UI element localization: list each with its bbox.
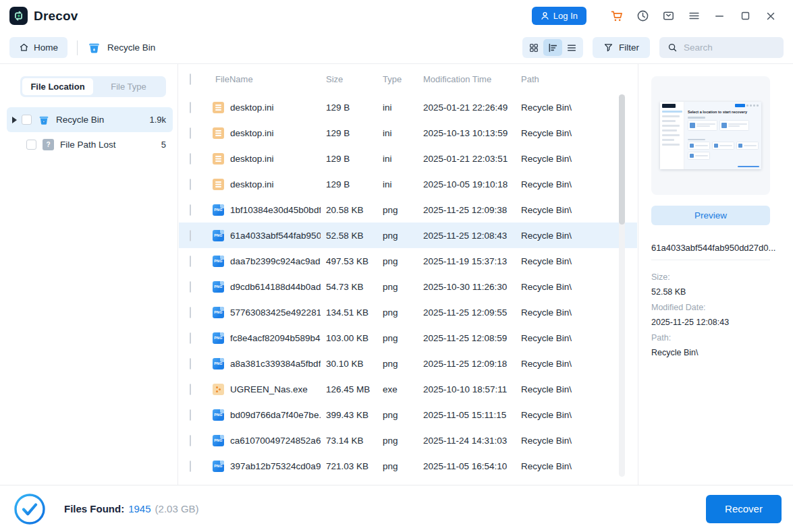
table-row[interactable]: UGREEN_Nas.exe126.45 MBexe2025-10-10 18:…: [179, 376, 637, 402]
filter-button[interactable]: Filter: [593, 37, 650, 58]
row-checkbox[interactable]: [190, 179, 191, 190]
details-panel: Select a location to start recovery: [638, 64, 793, 485]
file-modified-time: 2025-01-21 22:26:49: [423, 102, 521, 113]
scrollbar-thumb[interactable]: [619, 94, 625, 225]
home-button[interactable]: Home: [9, 37, 67, 58]
login-button[interactable]: Log In: [532, 7, 586, 25]
png-file-icon: PNG: [213, 281, 224, 293]
search-box[interactable]: [659, 37, 784, 58]
table-row[interactable]: PNGca61070049724852a6a...73.14 KBpng2025…: [179, 427, 637, 453]
file-type: ini: [383, 154, 423, 164]
table-row[interactable]: desktop.ini129 Bini2025-10-13 10:13:59Re…: [179, 120, 637, 146]
list-view-icon[interactable]: [562, 39, 581, 56]
breadcrumb: Recycle Bin: [87, 40, 155, 55]
file-name: desktop.ini: [230, 154, 274, 164]
file-name: fc8e4acf82094b589b4...: [230, 333, 321, 343]
tree-item-label: Recycle Bin: [56, 115, 149, 125]
row-checkbox[interactable]: [190, 153, 191, 165]
filter-label: Filter: [619, 42, 639, 53]
table-scrollbar[interactable]: [619, 94, 625, 477]
preview-button[interactable]: Preview: [651, 206, 770, 225]
tree-checkbox[interactable]: [26, 140, 36, 150]
file-modified-time: 2025-11-25 12:09:55: [423, 307, 521, 318]
table-row[interactable]: PNGd9cdb614188d44b0ad...54.73 KBpng2025-…: [179, 274, 637, 299]
row-checkbox[interactable]: [190, 307, 191, 318]
table-row[interactable]: PNG57763083425e4922812...134.51 KBpng202…: [179, 299, 637, 325]
recycle-bin-icon: [38, 114, 50, 126]
file-type: png: [383, 359, 423, 369]
row-checkbox[interactable]: [190, 127, 191, 139]
tab-file-location[interactable]: File Location: [22, 78, 93, 95]
png-file-icon: PNG: [213, 435, 224, 446]
row-checkbox[interactable]: [190, 409, 191, 421]
column-modification-time[interactable]: Modification Time: [423, 74, 521, 84]
filter-icon: [603, 42, 613, 53]
row-checkbox[interactable]: [190, 102, 191, 113]
file-name: 1bf10384e30d45b0bdf...: [230, 205, 321, 215]
files-found-size: (2.03 GB): [155, 503, 199, 514]
column-size[interactable]: Size: [326, 74, 383, 84]
files-found-label: Files Found:: [64, 503, 124, 514]
table-row[interactable]: PNGfc8e4acf82094b589b4...103.00 KBpng202…: [179, 325, 637, 351]
column-path[interactable]: Path: [521, 74, 637, 84]
file-name: 61a4033abf544fab950...: [230, 231, 321, 241]
table-row[interactable]: desktop.ini129 Bini2025-01-21 22:03:51Re…: [179, 146, 637, 171]
table-row[interactable]: PNGa8a381c339384a5fbdf...30.10 KBpng2025…: [179, 351, 637, 376]
row-checkbox[interactable]: [190, 204, 191, 216]
table-row[interactable]: PNGbd09d766da7f40e7be...399.43 KBpng2025…: [179, 402, 637, 427]
detail-path-value: Recycle Bin\: [651, 348, 781, 357]
file-modified-time: 2025-11-05 16:54:10: [423, 461, 521, 471]
file-name: a8a381c339384a5fbdf...: [230, 359, 321, 369]
table-row[interactable]: PNG61a4033abf544fab950...52.58 KBpng2025…: [179, 223, 637, 248]
row-checkbox[interactable]: [190, 435, 191, 446]
tab-file-type[interactable]: File Type: [93, 78, 164, 95]
home-icon: [19, 42, 29, 53]
titlebar: Drecov Log In: [0, 0, 793, 32]
row-checkbox[interactable]: [190, 461, 191, 472]
sidebar-item-recycle-bin[interactable]: Recycle Bin1.9k: [7, 107, 173, 132]
file-type: png: [383, 333, 423, 343]
png-file-icon: PNG: [213, 307, 224, 318]
close-button[interactable]: [758, 6, 784, 26]
expand-caret-icon[interactable]: [12, 117, 17, 123]
file-table-body: desktop.ini129 Bini2025-01-21 22:26:49Re…: [179, 94, 637, 479]
maximize-button[interactable]: [732, 6, 758, 26]
file-name: UGREEN_Nas.exe: [230, 384, 308, 394]
column-type[interactable]: Type: [383, 74, 423, 84]
row-checkbox[interactable]: [190, 281, 191, 293]
select-all-checkbox[interactable]: [190, 73, 191, 85]
column-filename[interactable]: FileName: [213, 74, 326, 84]
table-row[interactable]: desktop.ini129 Bini2025-10-05 19:10:18Re…: [179, 171, 637, 197]
table-row[interactable]: desktop.ini129 Bini2025-01-21 22:26:49Re…: [179, 94, 637, 120]
mail-icon[interactable]: [655, 6, 681, 26]
content: File Location File Type Recycle Bin1.9k?…: [0, 64, 793, 485]
file-size: 721.03 KB: [326, 461, 383, 471]
search-input[interactable]: [684, 42, 771, 53]
table-row[interactable]: PNG1bf10384e30d45b0bdf...20.58 KBpng2025…: [179, 197, 637, 223]
row-checkbox[interactable]: [190, 256, 191, 267]
file-type: png: [383, 231, 423, 241]
app-logo-icon: [9, 7, 28, 25]
row-checkbox[interactable]: [190, 230, 191, 241]
app-title: Drecov: [34, 9, 78, 24]
file-modified-time: 2025-11-24 14:31:03: [423, 436, 521, 446]
history-icon[interactable]: [630, 6, 655, 26]
row-checkbox[interactable]: [190, 384, 191, 395]
tree-item-count: 5: [161, 140, 166, 150]
table-row[interactable]: PNGdaa7b2399c924ac9adf...497.53 KBpng202…: [179, 248, 637, 274]
table-row[interactable]: PNG397ab12b75324cd0a9...721.03 KBpng2025…: [179, 453, 637, 479]
detail-path-label: Path:: [651, 333, 781, 343]
file-size: 129 B: [326, 179, 383, 189]
detail-view-icon[interactable]: [543, 39, 562, 56]
row-checkbox[interactable]: [190, 332, 191, 344]
ini-file-icon: [213, 179, 224, 190]
menu-icon[interactable]: [681, 6, 707, 26]
minimize-button[interactable]: [707, 6, 732, 26]
tree-checkbox[interactable]: [22, 115, 32, 125]
recover-button[interactable]: Recover: [706, 495, 782, 523]
cart-icon[interactable]: [604, 6, 630, 26]
row-checkbox[interactable]: [190, 358, 191, 370]
grid-view-icon[interactable]: [524, 39, 543, 56]
sidebar-item-file-path-lost[interactable]: ?File Path Lost5: [7, 132, 173, 157]
png-file-icon: PNG: [213, 461, 224, 472]
